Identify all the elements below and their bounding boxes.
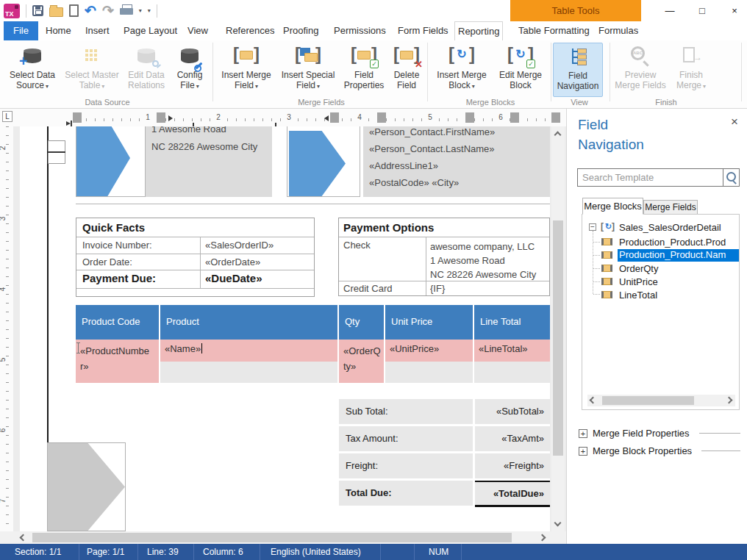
empty-row-cell[interactable] [474,362,550,383]
vertical-scrollbar[interactable] [551,126,565,531]
column-marker[interactable] [510,112,519,123]
column-marker[interactable] [330,112,339,123]
payment-options-table[interactable]: Payment Options Check awesome company, L… [338,218,550,296]
tab-permissions[interactable]: Permissions [331,21,389,40]
field-navigation-button[interactable]: Field Navigation [553,43,603,97]
status-num-lock[interactable]: NUM [429,547,448,557]
total-value-cell[interactable]: «Freight» [475,453,550,478]
preview-merge-fields-button[interactable]: ABC Preview Merge Fields [615,43,666,97]
tree-root-item[interactable]: − [ ↻ ] Sales_SalesOrderDetail [582,221,740,234]
tree-item[interactable]: UnitPrice [582,276,740,288]
tab-view[interactable]: View [185,21,211,40]
undo-icon[interactable]: ↶ [85,4,96,18]
tab-formulas[interactable]: Formulas [596,21,641,40]
select-data-source-button[interactable]: + Select Data Source▾ [6,43,59,97]
tree-item[interactable]: LineTotal [582,289,740,301]
insert-merge-block-button[interactable]: [↻] Insert Merge Block▾ [432,43,491,97]
column-marker[interactable] [465,112,474,123]
tab-form-fields[interactable]: Form Fields [395,21,451,40]
merge-field[interactable]: «Person_Contact.LastName» [369,140,495,157]
insert-merge-field-button[interactable]: [] Insert Merge Field▾ [218,43,275,97]
merge-field-cell[interactable]: «Name» [160,340,337,362]
tab-proofing[interactable]: Proofing [280,21,321,40]
search-icon[interactable] [723,169,739,186]
horizontal-scrollbar[interactable] [0,531,550,544]
print-icon[interactable] [120,7,133,17]
scroll-down-icon[interactable] [554,520,562,527]
merge-field[interactable]: «Person_Contact.FirstName» [369,126,495,140]
gray-pentagon-shape[interactable] [48,443,125,531]
document-canvas[interactable]: 1 Awesome Road NC 28226 Awesome City «Pe… [0,126,566,531]
merge-field-cell[interactable]: «LineTotal» [474,340,550,362]
banner-address-cell[interactable]: 1 Awesome Road NC 28226 Awesome City [146,126,272,197]
table-header-cell[interactable]: Product [160,305,337,340]
merge-field[interactable]: «PostalCode» «City» [369,174,495,191]
tab-file[interactable]: File [4,21,38,40]
tree-horizontal-scrollbar[interactable] [587,395,735,406]
total-due-value-cell[interactable]: «TotalDue» [475,481,550,507]
merge-field[interactable]: «SalesOrderID» [205,240,274,251]
total-value-cell[interactable]: «SubTotal» [475,399,550,424]
scroll-left-icon[interactable] [590,397,597,404]
save-icon[interactable] [32,5,43,16]
column-marker[interactable] [157,112,165,123]
tab-page-layout[interactable]: Page Layout [121,21,180,40]
scroll-up-icon[interactable] [554,132,562,139]
column-marker[interactable] [551,112,560,123]
status-section[interactable]: Section: 1/1 [15,547,61,557]
field-properties-button[interactable]: []✓ Field Properties [341,43,387,97]
expand-icon[interactable]: + [579,447,587,456]
qat-customize-caret-icon[interactable]: ▾ [148,7,151,14]
total-label-cell[interactable]: Freight: [339,453,473,478]
scroll-right-icon[interactable] [726,397,733,404]
maximize-button[interactable]: □ [696,5,709,16]
if-field[interactable]: {IF} [430,283,445,294]
select-master-table-button[interactable]: Select Master Table▾ [62,43,122,97]
minimize-button[interactable]: — [663,5,676,16]
tree-item-selected[interactable]: Production_Product.Nam [582,249,740,262]
finish-merge-button[interactable]: → Finish Merge▾ [668,43,714,97]
tab-insert[interactable]: Insert [82,21,112,40]
status-page[interactable]: Page: 1/1 [87,547,124,557]
merge-field[interactable]: «DueDate» [205,272,262,284]
table-header-cell[interactable]: Product Code [76,305,159,340]
tab-reporting[interactable]: Reporting [454,21,503,40]
column-marker[interactable] [377,112,386,123]
small-table[interactable] [48,140,65,164]
banner-recipient-cell[interactable]: «Person_Contact.FirstName» «Person_Conta… [363,126,550,197]
tab-selector[interactable]: L [2,111,12,122]
table-header-cell[interactable]: Qty [339,305,384,340]
vertical-scrollbar-thumb[interactable] [553,220,563,456]
indent-marker-icon[interactable] [324,115,329,121]
shape-bounding-box[interactable] [47,442,126,531]
config-file-button[interactable]: Config File▾ [171,43,209,97]
new-document-icon[interactable] [69,4,79,17]
status-line[interactable]: Line: 39 [147,547,179,557]
tree-item[interactable]: Production_Product.Prod [582,236,740,248]
status-column[interactable]: Column: 6 [203,547,243,557]
total-label-cell[interactable]: Sub Total: [339,399,473,424]
status-language[interactable]: English (United States) [271,547,361,557]
panel-tab-merge-blocks[interactable]: Merge Blocks [582,198,643,215]
expand-icon[interactable]: + [579,429,587,438]
close-button[interactable]: × [728,5,741,16]
tab-references[interactable]: References [223,21,277,40]
edit-merge-block-button[interactable]: [↻]✓ Edit Merge Block [493,43,548,97]
horizontal-scrollbar-thumb[interactable] [32,533,512,542]
merge-field-cell[interactable]: «ProductNumber» [76,340,159,383]
total-value-cell[interactable]: «TaxAmt» [475,426,550,451]
redo-icon[interactable]: ↷ [102,4,114,18]
open-icon[interactable] [49,7,63,17]
merge-field-properties-expander[interactable]: + Merge Field Properties [579,428,740,439]
quick-facts-table[interactable]: Quick Facts Invoice Number: «SalesOrderI… [76,218,315,297]
edit-data-relations-button[interactable]: Edit Data Relations [124,43,169,97]
merge-field-cell[interactable]: «UnitPrice» [385,340,473,362]
insert-special-field-button[interactable]: [] Insert Special Field▾ [277,43,339,97]
merge-block-properties-expander[interactable]: + Merge Block Properties [579,445,740,456]
tab-home[interactable]: Home [43,21,74,40]
tree-scrollbar-thumb[interactable] [602,396,694,405]
total-label-cell[interactable]: Tax Amount: [339,426,473,451]
search-input[interactable] [578,169,723,186]
column-marker[interactable] [73,112,82,123]
empty-row-cell[interactable] [160,362,337,383]
